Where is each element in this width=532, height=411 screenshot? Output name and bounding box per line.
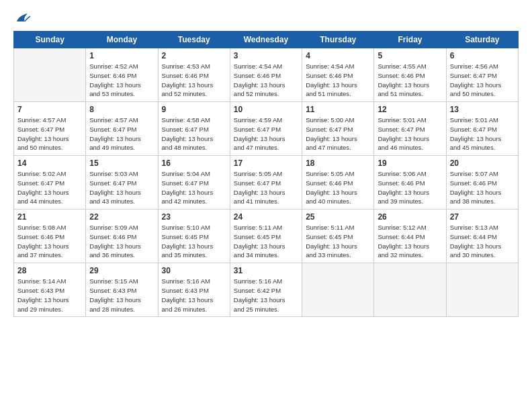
day-number: 15 (89, 158, 154, 168)
day-info: Sunrise: 4:53 AM Sunset: 6:46 PM Dayligh… (162, 62, 226, 99)
calendar-cell: 10Sunrise: 4:59 AM Sunset: 6:47 PM Dayli… (230, 102, 302, 156)
calendar-cell: 22Sunrise: 5:09 AM Sunset: 6:46 PM Dayli… (86, 210, 158, 263)
day-info: Sunrise: 5:12 AM Sunset: 6:44 PM Dayligh… (378, 223, 442, 260)
day-number: 31 (234, 266, 298, 275)
day-info: Sunrise: 5:16 AM Sunset: 6:43 PM Dayligh… (162, 277, 226, 314)
col-header-saturday: Saturday (446, 32, 518, 48)
calendar-cell: 17Sunrise: 5:05 AM Sunset: 6:47 PM Dayli… (230, 156, 302, 210)
calendar-cell: 12Sunrise: 5:01 AM Sunset: 6:47 PM Dayli… (374, 102, 446, 156)
calendar-cell: 3Sunrise: 4:54 AM Sunset: 6:46 PM Daylig… (230, 48, 302, 102)
col-header-sunday: Sunday (14, 32, 86, 48)
col-header-friday: Friday (374, 32, 446, 48)
day-number: 12 (378, 105, 442, 114)
day-info: Sunrise: 5:14 AM Sunset: 6:43 PM Dayligh… (17, 277, 82, 314)
day-number: 14 (17, 158, 82, 168)
calendar-cell: 2Sunrise: 4:53 AM Sunset: 6:46 PM Daylig… (158, 48, 230, 102)
calendar-cell: 25Sunrise: 5:11 AM Sunset: 6:45 PM Dayli… (302, 210, 374, 263)
calendar-cell: 6Sunrise: 4:56 AM Sunset: 6:47 PM Daylig… (446, 48, 518, 102)
calendar-cell (446, 263, 518, 317)
day-info: Sunrise: 5:00 AM Sunset: 6:47 PM Dayligh… (306, 116, 370, 152)
calendar-cell: 16Sunrise: 5:04 AM Sunset: 6:47 PM Dayli… (158, 156, 230, 210)
calendar-cell: 4Sunrise: 4:54 AM Sunset: 6:46 PM Daylig… (302, 48, 374, 102)
calendar-cell: 8Sunrise: 4:57 AM Sunset: 6:47 PM Daylig… (86, 102, 158, 156)
calendar-cell: 11Sunrise: 5:00 AM Sunset: 6:47 PM Dayli… (302, 102, 374, 156)
calendar-cell (14, 48, 86, 102)
day-info: Sunrise: 5:02 AM Sunset: 6:47 PM Dayligh… (17, 169, 82, 206)
day-info: Sunrise: 5:06 AM Sunset: 6:46 PM Dayligh… (378, 169, 442, 206)
calendar-cell: 30Sunrise: 5:16 AM Sunset: 6:43 PM Dayli… (158, 263, 230, 317)
day-number: 26 (378, 212, 442, 222)
calendar-cell (374, 263, 446, 317)
day-number: 3 (234, 51, 298, 60)
col-header-thursday: Thursday (302, 32, 374, 48)
day-number: 9 (162, 105, 226, 114)
day-info: Sunrise: 4:57 AM Sunset: 6:47 PM Dayligh… (17, 116, 82, 152)
day-number: 16 (162, 158, 226, 168)
day-number: 11 (306, 105, 370, 114)
calendar-cell: 23Sunrise: 5:10 AM Sunset: 6:45 PM Dayli… (158, 210, 230, 263)
header-row: SundayMondayTuesdayWednesdayThursdayFrid… (14, 32, 519, 48)
week-row-1: 1Sunrise: 4:52 AM Sunset: 6:46 PM Daylig… (14, 48, 519, 102)
day-number: 10 (234, 105, 298, 114)
day-number: 21 (17, 212, 82, 222)
calendar-cell: 24Sunrise: 5:11 AM Sunset: 6:45 PM Dayli… (230, 210, 302, 263)
calendar-cell: 29Sunrise: 5:15 AM Sunset: 6:43 PM Dayli… (86, 263, 158, 317)
day-number: 13 (450, 105, 515, 114)
day-number: 2 (162, 51, 226, 60)
day-number: 30 (162, 266, 226, 275)
day-number: 1 (89, 51, 154, 60)
day-info: Sunrise: 5:01 AM Sunset: 6:47 PM Dayligh… (378, 116, 442, 152)
day-number: 5 (378, 51, 442, 60)
day-info: Sunrise: 5:13 AM Sunset: 6:44 PM Dayligh… (450, 223, 515, 260)
calendar-cell: 18Sunrise: 5:05 AM Sunset: 6:46 PM Dayli… (302, 156, 374, 210)
day-info: Sunrise: 4:54 AM Sunset: 6:46 PM Dayligh… (306, 62, 370, 99)
day-info: Sunrise: 5:01 AM Sunset: 6:47 PM Dayligh… (450, 116, 515, 152)
day-number: 23 (162, 212, 226, 222)
calendar-cell: 21Sunrise: 5:08 AM Sunset: 6:46 PM Dayli… (14, 210, 86, 263)
day-info: Sunrise: 4:56 AM Sunset: 6:47 PM Dayligh… (450, 62, 515, 99)
week-row-2: 7Sunrise: 4:57 AM Sunset: 6:47 PM Daylig… (14, 102, 519, 156)
calendar-cell: 7Sunrise: 4:57 AM Sunset: 6:47 PM Daylig… (14, 102, 86, 156)
calendar-cell: 1Sunrise: 4:52 AM Sunset: 6:46 PM Daylig… (86, 48, 158, 102)
day-number: 19 (378, 158, 442, 168)
day-number: 28 (17, 266, 82, 275)
day-number: 6 (450, 51, 515, 60)
day-number: 18 (306, 158, 370, 168)
week-row-5: 28Sunrise: 5:14 AM Sunset: 6:43 PM Dayli… (14, 263, 519, 317)
day-info: Sunrise: 5:11 AM Sunset: 6:45 PM Dayligh… (306, 223, 370, 260)
calendar-cell: 26Sunrise: 5:12 AM Sunset: 6:44 PM Dayli… (374, 210, 446, 263)
day-info: Sunrise: 5:04 AM Sunset: 6:47 PM Dayligh… (162, 169, 226, 206)
day-info: Sunrise: 5:03 AM Sunset: 6:47 PM Dayligh… (89, 169, 154, 206)
day-info: Sunrise: 4:57 AM Sunset: 6:47 PM Dayligh… (89, 116, 154, 152)
calendar-cell: 14Sunrise: 5:02 AM Sunset: 6:47 PM Dayli… (14, 156, 86, 210)
calendar-cell (302, 263, 374, 317)
day-info: Sunrise: 5:10 AM Sunset: 6:45 PM Dayligh… (162, 223, 226, 260)
day-info: Sunrise: 4:52 AM Sunset: 6:46 PM Dayligh… (89, 62, 154, 99)
week-row-3: 14Sunrise: 5:02 AM Sunset: 6:47 PM Dayli… (14, 156, 519, 210)
calendar-table: SundayMondayTuesdayWednesdayThursdayFrid… (13, 31, 519, 317)
page: SundayMondayTuesdayWednesdayThursdayFrid… (0, 0, 532, 411)
day-info: Sunrise: 4:55 AM Sunset: 6:46 PM Dayligh… (378, 62, 442, 99)
day-info: Sunrise: 4:59 AM Sunset: 6:47 PM Dayligh… (234, 116, 298, 152)
day-number: 7 (17, 105, 82, 114)
day-number: 20 (450, 158, 515, 168)
day-number: 24 (234, 212, 298, 222)
calendar-cell: 15Sunrise: 5:03 AM Sunset: 6:47 PM Dayli… (86, 156, 158, 210)
day-number: 29 (89, 266, 154, 275)
day-info: Sunrise: 5:15 AM Sunset: 6:43 PM Dayligh… (89, 277, 154, 314)
day-info: Sunrise: 5:16 AM Sunset: 6:42 PM Dayligh… (234, 277, 298, 314)
calendar-cell: 20Sunrise: 5:07 AM Sunset: 6:46 PM Dayli… (446, 156, 518, 210)
logo (13, 12, 30, 24)
day-info: Sunrise: 5:07 AM Sunset: 6:46 PM Dayligh… (450, 169, 515, 206)
calendar-cell: 28Sunrise: 5:14 AM Sunset: 6:43 PM Dayli… (14, 263, 86, 317)
calendar-cell: 31Sunrise: 5:16 AM Sunset: 6:42 PM Dayli… (230, 263, 302, 317)
day-number: 25 (306, 212, 370, 222)
day-number: 8 (89, 105, 154, 114)
day-info: Sunrise: 5:05 AM Sunset: 6:47 PM Dayligh… (234, 169, 298, 206)
col-header-tuesday: Tuesday (158, 32, 230, 48)
day-info: Sunrise: 5:05 AM Sunset: 6:46 PM Dayligh… (306, 169, 370, 206)
calendar-cell: 27Sunrise: 5:13 AM Sunset: 6:44 PM Dayli… (446, 210, 518, 263)
day-info: Sunrise: 5:11 AM Sunset: 6:45 PM Dayligh… (234, 223, 298, 260)
calendar-cell: 13Sunrise: 5:01 AM Sunset: 6:47 PM Dayli… (446, 102, 518, 156)
day-info: Sunrise: 5:08 AM Sunset: 6:46 PM Dayligh… (17, 223, 82, 260)
